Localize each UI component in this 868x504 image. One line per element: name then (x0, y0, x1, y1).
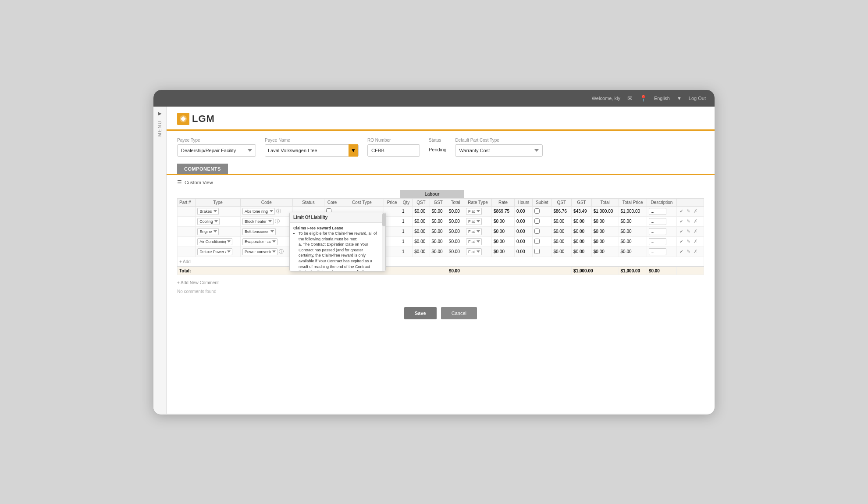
action-cell: ✓ ✎ ✗ (676, 247, 704, 257)
delete-icon[interactable]: ✗ (694, 229, 697, 234)
delete-icon[interactable]: ✗ (694, 249, 697, 254)
language-selector[interactable]: English (654, 96, 670, 101)
code-select[interactable]: Power converter/inverter (242, 248, 277, 255)
add-link[interactable]: + Add (179, 257, 191, 267)
total-price-sum: $1,000.00 (619, 267, 647, 275)
total-row: Total: $0.00 $1,000.00 $1,000.00 $0.00 (178, 267, 704, 275)
payee-name-input[interactable] (265, 145, 349, 156)
desc-cell (647, 216, 676, 226)
buttons-area: Save Cancel (167, 298, 715, 328)
desc-input[interactable] (649, 218, 666, 225)
confirm-icon[interactable]: ✓ (679, 208, 683, 214)
col-total-price: Total Price (619, 198, 647, 206)
rate-cell: $0.00 (491, 216, 514, 226)
rate-type-select[interactable]: Flat (466, 248, 482, 255)
rate-type-select[interactable]: Flat (466, 218, 482, 225)
desc-input[interactable] (649, 208, 666, 215)
col-description: Description (647, 198, 676, 206)
price-cell (384, 226, 400, 236)
message-icon[interactable]: ✉ (627, 95, 633, 102)
payee-name-label: Payee Name (265, 138, 359, 143)
tooltip-title: Limit Of Liability (293, 215, 327, 220)
part-num-cell (178, 206, 196, 216)
custom-view-link[interactable]: Custom View (185, 180, 213, 185)
sidebar-toggle[interactable]: ▶ (158, 111, 162, 116)
add-comment-link[interactable]: + Add New Comment (177, 280, 219, 285)
l-gst-cell: $0.00 (572, 247, 592, 257)
cancel-button[interactable]: Cancel (441, 307, 477, 319)
desc-input[interactable] (649, 248, 666, 255)
ro-number-input[interactable] (367, 144, 420, 157)
col-total: Total (447, 198, 464, 206)
default-part-cost-select[interactable]: Warranty Cost (455, 144, 543, 157)
code-select[interactable]: Abs tone ring (242, 208, 275, 215)
info-icon[interactable]: ⓘ (276, 208, 281, 214)
table-row: Deluxe Power Assemblies Power converter/… (178, 247, 704, 257)
confirm-icon[interactable]: ✓ (679, 239, 683, 244)
payee-type-select[interactable]: Dealership/Repair Facility (177, 144, 256, 157)
tooltip-scrollbar[interactable] (382, 212, 385, 271)
desc-cell[interactable] (647, 206, 676, 216)
confirm-icon[interactable]: ✓ (679, 249, 683, 254)
status-value: Pending (429, 144, 446, 152)
l-gst-cell: $0.00 (572, 236, 592, 247)
rate-type-select[interactable]: Flat (466, 228, 482, 235)
sublet-checkbox[interactable] (534, 229, 540, 234)
code-select[interactable]: Belt tensioner (242, 228, 276, 235)
confirm-icon[interactable]: ✓ (679, 218, 683, 224)
type-select[interactable]: Deluxe Power Assemblies (197, 248, 232, 255)
tab-components[interactable]: COMPONENTS (177, 164, 228, 174)
table-row: Brakes Abs tone ring ⓘ 1 $0.00 (178, 206, 704, 216)
save-button[interactable]: Save (404, 307, 437, 319)
sublet-checkbox[interactable] (534, 249, 540, 254)
qst-cell: $0.00 (413, 247, 430, 257)
tooltip-scrollbar-thumb (382, 213, 385, 226)
edit-icon[interactable]: ✎ (687, 249, 690, 254)
total-cell: $0.00 (447, 236, 464, 247)
custom-view-icon: ☰ (177, 179, 182, 186)
action-cell: ✓ ✎ ✗ (676, 226, 704, 236)
edit-icon[interactable]: ✎ (687, 229, 690, 234)
sublet-checkbox[interactable] (534, 208, 540, 214)
info-icon[interactable]: ⓘ (279, 249, 284, 254)
type-select[interactable]: Engine (197, 228, 219, 235)
edit-icon[interactable]: ✎ (687, 208, 690, 214)
code-select[interactable]: Evaporator - ac (242, 238, 277, 245)
sublet-checkbox[interactable] (534, 239, 540, 244)
qst-cell: $0.00 (413, 216, 430, 226)
rate-type-select[interactable]: Flat (466, 238, 482, 245)
delete-icon[interactable]: ✗ (694, 218, 697, 224)
desc-input[interactable] (649, 228, 666, 235)
rate-cell: $0.00 (491, 247, 514, 257)
col-type: Type (196, 198, 241, 206)
col-status: Status (292, 198, 324, 206)
total-cell: $0.00 (447, 216, 464, 226)
final-val: $0.00 (647, 267, 676, 275)
qty-cell: 1 (400, 236, 412, 247)
type-select[interactable]: Air Conditioning (197, 238, 232, 245)
edit-icon[interactable]: ✎ (687, 218, 690, 224)
notification-icon[interactable]: 📍 (640, 95, 647, 102)
logout-button[interactable]: Log Out (689, 96, 706, 101)
hours-cell: 0.00 (515, 226, 533, 236)
type-select[interactable]: Brakes (197, 208, 219, 215)
qty-cell: 1 (400, 226, 412, 236)
type-select[interactable]: Cooling (197, 218, 220, 225)
confirm-icon[interactable]: ✓ (679, 229, 683, 234)
col-actions (676, 198, 704, 206)
rate-type-select[interactable]: Flat (466, 208, 482, 215)
code-cell: Evaporator - ac (240, 236, 292, 247)
comments-area: + Add New Comment No comments found (167, 275, 715, 298)
code-select[interactable]: Block heater (242, 218, 274, 225)
desc-input[interactable] (649, 238, 666, 245)
edit-icon[interactable]: ✎ (687, 239, 690, 244)
content-area: LGM Payee Type Dealership/Repair Facilit… (167, 107, 715, 414)
price-cell (384, 236, 400, 247)
payee-name-dropdown[interactable]: ▼ (349, 144, 358, 157)
delete-icon[interactable]: ✗ (694, 239, 697, 244)
sidebar-menu-label: MENU (157, 120, 162, 136)
delete-icon[interactable]: ✗ (694, 208, 697, 214)
info-icon[interactable]: ⓘ (275, 218, 280, 224)
col-part-num: Part # (178, 198, 196, 206)
sublet-checkbox[interactable] (534, 218, 540, 224)
